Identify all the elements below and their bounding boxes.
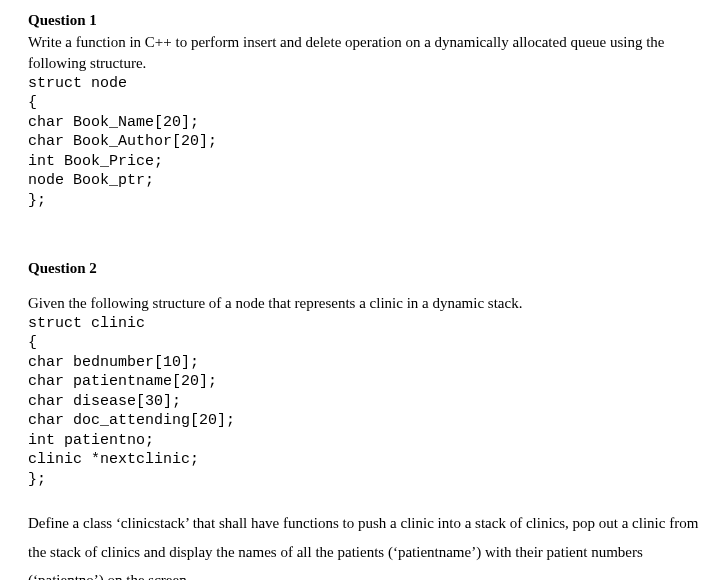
question-2-closing: Define a class ‘clinicstack’ that shall … — [28, 509, 699, 580]
question-2-heading: Question 2 — [28, 258, 699, 278]
question-2-intro: Given the following structure of a node … — [28, 293, 699, 313]
section-gap — [28, 230, 699, 258]
question-2-code: struct clinic { char bednumber[10]; char… — [28, 314, 699, 490]
question-1-code: struct node { char Book_Name[20]; char B… — [28, 74, 699, 211]
question-1-heading: Question 1 — [28, 10, 699, 30]
question-1-intro: Write a function in C++ to perform inser… — [28, 32, 699, 73]
